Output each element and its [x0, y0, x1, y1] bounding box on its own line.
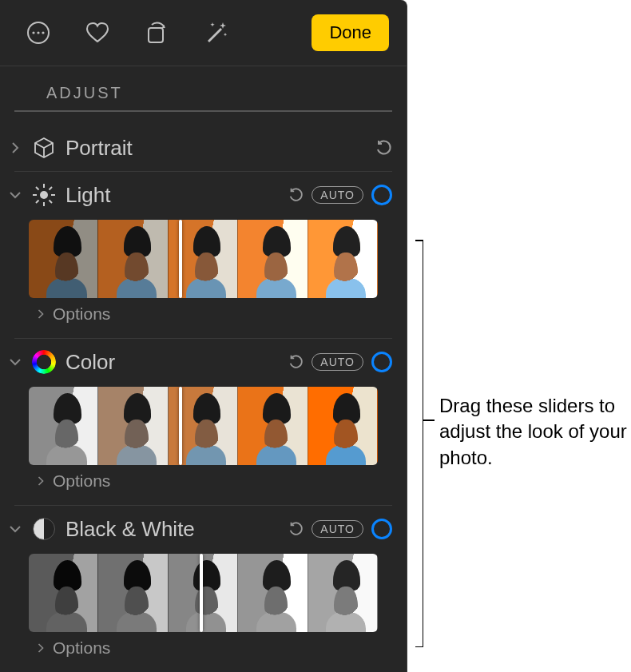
- svg-point-5: [40, 191, 48, 199]
- done-button[interactable]: Done: [312, 14, 389, 51]
- svg-line-13: [36, 201, 39, 204]
- chevron-right-icon[interactable]: [8, 141, 22, 154]
- light-sun-icon: [30, 181, 58, 209]
- bw-options-row[interactable]: Options: [0, 635, 407, 669]
- light-slider-strip[interactable]: [29, 220, 378, 298]
- bw-circle-icon: [30, 515, 58, 543]
- bw-row[interactable]: Black & White AUTO: [0, 509, 407, 549]
- slider-handle[interactable]: [179, 387, 182, 465]
- enable-ring-toggle[interactable]: [371, 519, 392, 539]
- chevron-right-icon[interactable]: [35, 308, 46, 320]
- light-label: Light: [65, 183, 280, 208]
- svg-line-11: [50, 201, 53, 204]
- svg-line-12: [50, 187, 53, 190]
- portrait-label: Portrait: [65, 136, 367, 161]
- svg-line-10: [36, 187, 39, 190]
- light-row[interactable]: Light AUTO: [0, 175, 407, 215]
- svg-point-2: [37, 31, 39, 34]
- slider-handle[interactable]: [179, 220, 182, 298]
- auto-button[interactable]: AUTO: [312, 353, 363, 371]
- enable-ring-toggle[interactable]: [371, 352, 392, 372]
- portrait-row[interactable]: Portrait: [0, 128, 407, 168]
- color-slider-strip[interactable]: [29, 387, 378, 465]
- options-label: Options: [53, 471, 110, 491]
- reset-icon[interactable]: [288, 354, 304, 370]
- favorite-heart-icon[interactable]: [83, 18, 112, 47]
- divider: [14, 171, 392, 172]
- options-label: Options: [53, 304, 110, 324]
- color-options-row[interactable]: Options: [0, 468, 407, 502]
- more-options-icon[interactable]: [24, 18, 53, 47]
- auto-button[interactable]: AUTO: [312, 520, 363, 538]
- section-title: ADJUST: [14, 66, 392, 112]
- rotate-crop-icon[interactable]: [142, 18, 171, 47]
- color-label: Color: [65, 350, 280, 375]
- top-toolbar: Done: [0, 0, 407, 66]
- options-label: Options: [53, 638, 110, 658]
- color-ring-icon: [30, 348, 58, 376]
- divider: [14, 505, 392, 506]
- svg-rect-4: [149, 28, 163, 42]
- chevron-down-icon[interactable]: [8, 357, 22, 367]
- magic-enhance-icon[interactable]: [201, 18, 230, 47]
- bw-label: Black & White: [65, 517, 280, 542]
- divider: [14, 338, 392, 339]
- color-row[interactable]: Color AUTO: [0, 342, 407, 382]
- chevron-right-icon[interactable]: [35, 475, 46, 487]
- auto-button[interactable]: AUTO: [312, 186, 363, 204]
- slider-handle[interactable]: [200, 554, 203, 632]
- adjust-panel: Done ADJUST Portrait: [0, 0, 407, 672]
- chevron-right-icon[interactable]: [35, 642, 46, 654]
- bw-slider-strip[interactable]: [29, 554, 378, 632]
- svg-point-1: [32, 31, 34, 34]
- portrait-cube-icon: [30, 134, 58, 161]
- chevron-down-icon[interactable]: [8, 524, 22, 534]
- enable-ring-toggle[interactable]: [371, 185, 392, 205]
- svg-point-3: [42, 31, 44, 34]
- reset-icon[interactable]: [288, 521, 304, 537]
- callout-text: Drag these sliders to adjust the look of…: [439, 393, 628, 471]
- chevron-down-icon[interactable]: [8, 190, 22, 200]
- light-options-row[interactable]: Options: [0, 301, 407, 335]
- reset-icon[interactable]: [288, 187, 304, 203]
- reset-icon[interactable]: [375, 139, 392, 157]
